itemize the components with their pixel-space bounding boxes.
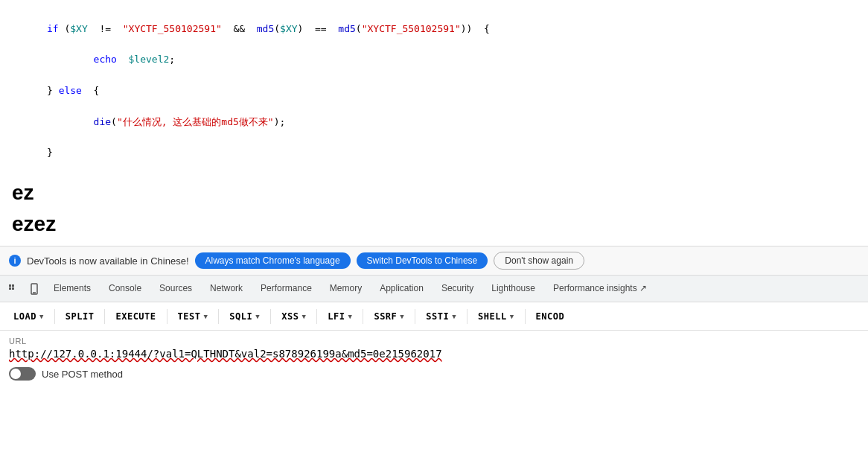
post-method-toggle[interactable] xyxy=(9,367,36,381)
separator-6 xyxy=(316,309,317,324)
devtools-notification-bar: i DevTools is now available in Chinese! … xyxy=(0,246,868,276)
devtools-tab-bar: Elements Console Sources Network Perform… xyxy=(0,276,868,302)
notification-message: DevTools is now available in Chinese! xyxy=(27,255,189,267)
tab-memory[interactable]: Memory xyxy=(321,276,371,302)
tab-console[interactable]: Console xyxy=(100,276,150,302)
separator-5 xyxy=(270,309,271,324)
svg-rect-1 xyxy=(12,284,14,287)
url-value[interactable]: http://127.0.0.1:19444/?val1=QLTHNDT&val… xyxy=(9,348,859,360)
url-label: URL xyxy=(9,337,859,346)
separator-1 xyxy=(54,309,55,324)
svg-rect-0 xyxy=(9,284,11,287)
always-match-language-button[interactable]: Always match Chrome's language xyxy=(195,252,351,269)
url-section: URL http://127.0.0.1:19444/?val1=QLTHNDT… xyxy=(0,331,868,363)
mobile-icon[interactable] xyxy=(24,279,45,299)
sqli-button[interactable]: SQLI ▼ xyxy=(222,308,267,325)
output-line2: ezez xyxy=(12,209,856,240)
separator-2 xyxy=(104,309,105,324)
tab-application[interactable]: Application xyxy=(371,276,433,302)
tab-network[interactable]: Network xyxy=(201,276,252,302)
split-button[interactable]: SPLIT xyxy=(58,308,102,325)
xss-button[interactable]: XSS ▼ xyxy=(274,308,313,325)
tab-security[interactable]: Security xyxy=(433,276,482,302)
cursor-icon[interactable] xyxy=(3,279,24,299)
svg-rect-3 xyxy=(12,287,14,290)
output-display: ez ezez xyxy=(0,171,868,246)
ssrf-button[interactable]: SSRF ▼ xyxy=(366,308,412,325)
switch-to-chinese-button[interactable]: Switch DevTools to Chinese xyxy=(357,252,488,269)
execute-button[interactable]: EXECUTE xyxy=(108,308,163,325)
dont-show-again-button[interactable]: Don't show again xyxy=(494,252,584,270)
svg-rect-2 xyxy=(9,287,11,290)
separator-9 xyxy=(467,309,467,324)
separator-3 xyxy=(167,309,167,324)
toggle-knob xyxy=(10,369,21,379)
post-method-label: Use POST method xyxy=(42,369,123,380)
tab-performance[interactable]: Performance xyxy=(252,276,321,302)
tab-sources[interactable]: Sources xyxy=(150,276,201,302)
separator-4 xyxy=(218,309,219,324)
ssti-button[interactable]: SSTI ▼ xyxy=(418,308,464,325)
lfi-button[interactable]: LFI ▼ xyxy=(320,308,360,325)
output-line1: ez xyxy=(12,177,856,209)
code-display: if ($XY != "XYCTF_550102591" && md5($XY)… xyxy=(0,0,868,171)
separator-10 xyxy=(525,309,526,324)
shell-button[interactable]: SHELL ▼ xyxy=(470,308,522,325)
separator-8 xyxy=(415,309,415,324)
tab-elements[interactable]: Elements xyxy=(45,276,100,302)
post-method-area: Use POST method xyxy=(0,363,868,385)
encode-button[interactable]: ENCOD xyxy=(529,308,572,325)
tab-lighthouse[interactable]: Lighthouse xyxy=(482,276,544,302)
separator-7 xyxy=(363,309,363,324)
test-button[interactable]: TEST ▼ xyxy=(170,308,216,325)
tool-toolbar: LOAD ▼ SPLIT EXECUTE TEST ▼ SQLI ▼ XSS ▼… xyxy=(0,302,868,331)
tab-performance-insights[interactable]: Performance insights ↗ xyxy=(544,276,656,302)
load-button[interactable]: LOAD ▼ xyxy=(6,308,51,325)
info-icon: i xyxy=(9,255,21,267)
